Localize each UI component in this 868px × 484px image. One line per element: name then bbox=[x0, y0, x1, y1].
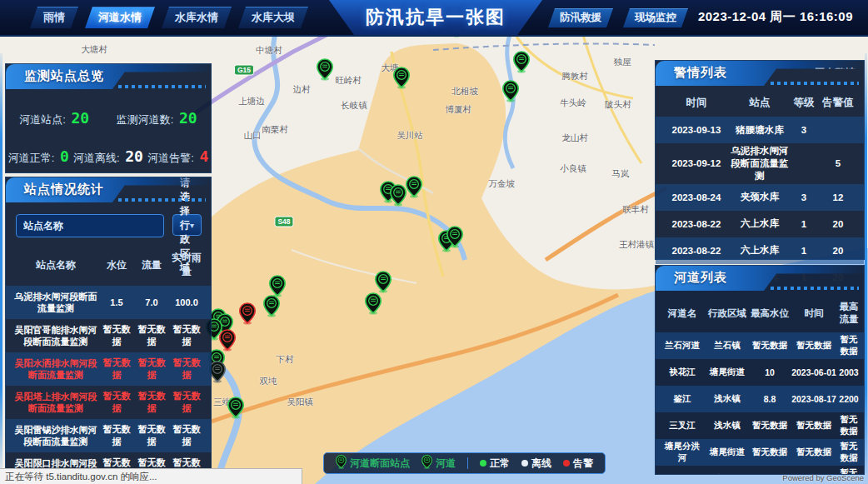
alarm-row[interactable]: 2023-09-12乌泥排水闸河段断面流量监测5 bbox=[656, 143, 864, 184]
map-place-label: 陂头村 bbox=[605, 99, 631, 111]
station-value: 暂无数据 bbox=[99, 423, 134, 448]
river-row[interactable]: 三叉江浅水镇暂无数据暂无数据暂无数据 bbox=[656, 412, 864, 439]
top-navbar: 雨情河道水情水库水情水库大坝 防汛抗旱一张图 防汛救援现场监控 2023-12-… bbox=[0, 0, 868, 37]
river-table-header: 河道名行政区域最高水位时间最高流量 bbox=[656, 291, 864, 332]
legend-label: 告警 bbox=[573, 457, 593, 471]
column-header: 行政区域 bbox=[704, 307, 751, 320]
station-row[interactable]: 乌泥排水闸河段断面流量监测1.57.0100.0 bbox=[6, 286, 211, 319]
map-place-label: 双坉 bbox=[260, 376, 277, 387]
alarm-row[interactable]: 2023-09-13猪腰塘水库3 bbox=[656, 117, 864, 143]
station-value: 暂无数据 bbox=[169, 390, 204, 415]
alarm-cell: 3 bbox=[789, 125, 819, 135]
river-cell: 2023-08-17 bbox=[789, 394, 839, 404]
alarm-cell: 20 bbox=[819, 246, 857, 256]
alarm-cell: 2023-09-13 bbox=[662, 125, 731, 135]
page-title: 防汛抗旱一张图 bbox=[366, 5, 506, 30]
river-cell: 2023-06-01 bbox=[789, 367, 839, 377]
river-cell: 三叉江 bbox=[661, 420, 704, 432]
river-cell: 浅水镇 bbox=[704, 420, 751, 432]
chevron-down-icon: ▾ bbox=[190, 221, 194, 230]
river-section-pin-icon bbox=[336, 455, 347, 472]
station-value: 暂无数据 bbox=[134, 323, 169, 348]
river-cell: 塘尾街道 bbox=[704, 447, 751, 458]
river-cell: 暂无数据 bbox=[751, 420, 789, 432]
river-table-body: 兰石河道兰石镇暂无数据暂无数据暂无数据袂花江塘尾街道102023-06-0120… bbox=[656, 332, 864, 475]
station-name-input[interactable] bbox=[16, 214, 164, 237]
river-cell: 8.8 bbox=[751, 394, 789, 404]
station-row[interactable]: 吴阳塔上排水闸河段断面流量监测暂无数据暂无数据暂无数据 bbox=[6, 386, 211, 419]
map-place-label: 腾敦村 bbox=[561, 71, 588, 82]
alarm-panel: 警情列表 历史警情 时间站点等级告警值 2023-09-13猪腰塘水库32023… bbox=[655, 60, 865, 260]
station-value: 暂无数据 bbox=[134, 390, 169, 415]
map-place-label: 中塘村 bbox=[256, 45, 282, 57]
station-name: 吴阳官哥能排水闸河段断面流量监测 bbox=[12, 324, 99, 348]
header-button-现场监控[interactable]: 现场监控 bbox=[623, 8, 688, 27]
road-badge-G15: G15 bbox=[234, 65, 254, 76]
ribbon-dotline bbox=[118, 198, 206, 202]
map-place-label: 联丰村 bbox=[622, 204, 649, 216]
stat-row: 河道正常: 0河道离线: 20河道告警: 4 bbox=[6, 147, 211, 166]
river-cell: 鉴江 bbox=[661, 393, 704, 405]
legend-dot-icon bbox=[480, 460, 486, 467]
map-place-label: 山口 bbox=[244, 130, 262, 142]
alarm-cell: 夹颈水库 bbox=[731, 191, 789, 203]
left-edge-accent bbox=[0, 53, 2, 470]
station-value: 暂无数据 bbox=[99, 357, 134, 382]
river-pin-icon bbox=[422, 455, 432, 472]
map-place-label: 王村港镇 bbox=[619, 239, 654, 251]
map-place-label: 大塘村 bbox=[81, 44, 107, 56]
column-header: 站点名称 bbox=[12, 258, 99, 272]
river-row[interactable]: 塘尾分洪河塘尾街道暂无数据暂无数据暂无数据 bbox=[656, 439, 864, 466]
column-header: 时间 bbox=[789, 307, 839, 320]
stat-item: 河道离线: 20 bbox=[73, 147, 143, 166]
alarm-row[interactable]: 2023-08-22六上水库120 bbox=[656, 211, 864, 237]
column-header: 告警值 bbox=[819, 96, 857, 110]
alarm-row[interactable]: 2023-08-22六上水库120 bbox=[656, 237, 864, 264]
stat-row: 河道站点: 20监测河道数: 20 bbox=[6, 109, 211, 127]
nav-tabs: 雨情河道水情水库水情水库大坝 bbox=[30, 7, 308, 28]
header-button-防汛救援[interactable]: 防汛救援 bbox=[548, 8, 613, 27]
station-value: 暂无数据 bbox=[169, 423, 204, 448]
column-header: 流量 bbox=[134, 258, 169, 272]
column-header: 站点 bbox=[731, 96, 789, 109]
map-place-label: 牛头岭 bbox=[560, 97, 586, 109]
stat-item: 监测河道数: 20 bbox=[117, 109, 197, 127]
map-legend: 河道断面站点河道正常离线告警 bbox=[323, 452, 606, 474]
stat-value: 4 bbox=[199, 147, 208, 165]
map-place-label: 边村 bbox=[293, 84, 311, 96]
legend-divider bbox=[467, 457, 468, 469]
alarm-cell: 2023-08-22 bbox=[662, 219, 731, 229]
ribbon-dotline bbox=[118, 85, 206, 88]
alarm-cell: 六上水库 bbox=[731, 217, 789, 230]
station-row[interactable]: 吴阳官哥能排水闸河段断面流量监测暂无数据暂无数据暂无数据 bbox=[6, 319, 211, 352]
tab-水库水情[interactable]: 水库水情 bbox=[162, 7, 232, 28]
river-cell: 10 bbox=[751, 367, 789, 377]
station-row[interactable]: 吴阳雷锡沙排水闸河段断面流量监测暂无数据暂无数据暂无数据 bbox=[6, 419, 211, 452]
river-row[interactable]: 兰石河道兰石镇暂无数据暂无数据暂无数据 bbox=[656, 332, 864, 359]
stat-value: 0 bbox=[60, 147, 69, 165]
alarm-cell: 猪腰塘水库 bbox=[731, 124, 789, 137]
river-panel: 河道列表 河道名行政区域最高水位时间最高流量 兰石河道兰石镇暂无数据暂无数据暂无… bbox=[655, 265, 865, 475]
tab-河道水情[interactable]: 河道水情 bbox=[85, 7, 155, 28]
river-cell: 暂无数据 bbox=[751, 340, 789, 352]
river-cell: 暂无数据 bbox=[839, 334, 859, 357]
station-name: 吴阳塔上排水闸河段断面流量监测 bbox=[12, 391, 99, 415]
history-alarms-link[interactable]: 历史警情 bbox=[814, 67, 856, 81]
tab-水库大坝[interactable]: 水库大坝 bbox=[238, 7, 308, 28]
map-place-label: 龙山村 bbox=[561, 132, 588, 144]
station-row[interactable]: 吴阳水洒排水闸河段断面流量监测暂无数据暂无数据暂无数据 bbox=[6, 352, 211, 386]
river-row[interactable]: 袂花江塘尾街道102023-06-012003 bbox=[656, 359, 864, 386]
station-table-body: 乌泥排水闸河段断面流量监测1.57.0100.0吴阳官哥能排水闸河段断面流量监测… bbox=[6, 286, 211, 484]
river-row[interactable]: 鉴江浅水镇8.82023-08-172200 bbox=[656, 386, 864, 412]
river-cell: 暂无数据 bbox=[789, 420, 839, 432]
map-place-label: 博厦村 bbox=[445, 104, 471, 116]
tab-雨情[interactable]: 雨情 bbox=[30, 7, 78, 28]
map-place-label: 万金坡 bbox=[488, 178, 515, 190]
column-header: 最高水位 bbox=[751, 307, 789, 320]
map-place-label: 马岚 bbox=[612, 168, 630, 180]
region-select[interactable]: 请选择行政区域 ▾ bbox=[172, 214, 202, 236]
legend-label: 河道 bbox=[436, 457, 456, 471]
overview-panel-title: 监测站点总览 bbox=[24, 68, 104, 84]
alarm-row[interactable]: 2023-08-24夹颈水库312 bbox=[656, 184, 864, 211]
stat-value: 20 bbox=[72, 109, 90, 127]
